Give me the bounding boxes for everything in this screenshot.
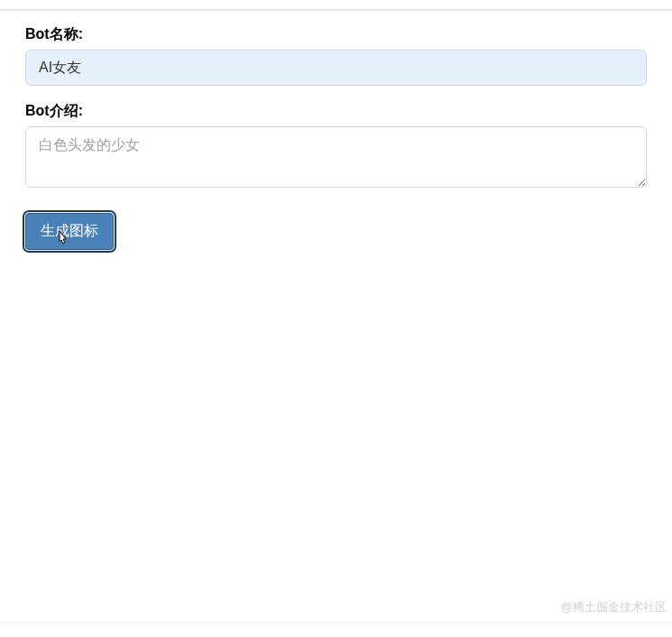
bot-name-field-group: Bot名称:	[25, 25, 647, 86]
bot-intro-field-group: Bot介绍:	[25, 102, 647, 191]
bot-name-input[interactable]	[25, 50, 647, 86]
generate-icon-button[interactable]: 生成图标	[25, 213, 114, 250]
form-container: Bot名称: Bot介绍: 生成图标	[0, 11, 672, 250]
bot-name-label: Bot名称:	[25, 25, 647, 44]
bottom-divider	[0, 622, 672, 623]
bot-intro-label: Bot介绍:	[25, 102, 647, 121]
watermark-text: @稀土掘金技术社区	[561, 599, 667, 615]
bot-intro-textarea[interactable]	[25, 126, 647, 188]
